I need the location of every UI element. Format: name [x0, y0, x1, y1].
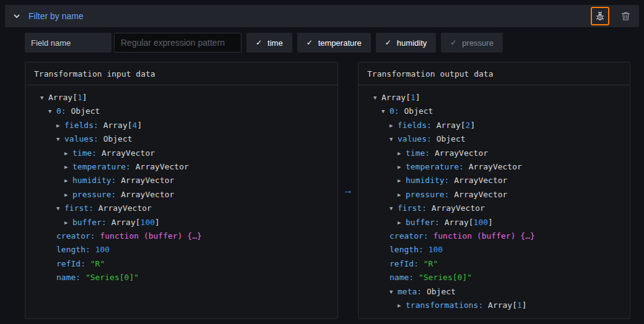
expand-toggle-icon[interactable]: ▶: [64, 174, 72, 187]
json-value: 1: [411, 93, 416, 102]
json-value: "R": [424, 259, 438, 268]
collapse-toggle-icon[interactable]: ▼: [381, 104, 389, 118]
json-value: Object: [427, 287, 456, 296]
json-value: Array[: [111, 218, 141, 227]
json-tree-row: ▶time: ArrayVector: [40, 147, 331, 160]
expand-toggle-icon[interactable]: ▶: [398, 188, 406, 202]
json-value: ArrayVector: [469, 162, 522, 171]
expand-toggle-icon[interactable]: ▶: [398, 160, 406, 174]
json-tree-row: ▼Array[1]: [373, 91, 624, 104]
field-pill-pressure[interactable]: ✓pressure: [441, 33, 503, 53]
json-value: ArrayVector: [454, 176, 507, 185]
json-value: 1: [517, 301, 522, 310]
json-value: ]: [470, 121, 475, 130]
json-value: ArrayVector: [432, 203, 485, 213]
filter-options-row: Field name ✓time✓temperature✓humidity✓pr…: [25, 33, 624, 53]
json-value: ArrayVector: [98, 203, 152, 213]
expand-toggle-icon[interactable]: ▶: [398, 299, 406, 312]
json-tree-row: ▼meta: Object: [373, 285, 624, 299]
json-value: Object: [404, 106, 433, 116]
field-name-label: Field name: [25, 33, 111, 53]
field-pill-humidity[interactable]: ✓humidity: [376, 33, 436, 53]
json-value: Object: [103, 134, 133, 143]
check-icon: ✓: [307, 39, 313, 46]
json-key: buffer:: [406, 218, 445, 227]
arrow-gap: →: [338, 62, 358, 319]
json-key: creator:: [389, 231, 433, 241]
expand-toggle-icon[interactable]: ▶: [389, 119, 398, 132]
json-key: first:: [64, 203, 98, 213]
json-tree-row: ▶buffer: Array[100]: [40, 216, 331, 229]
collapse-toggle-icon[interactable]: ▼: [56, 132, 64, 146]
json-tree-row: name: "Series[0]": [373, 271, 624, 284]
debug-button[interactable]: [591, 7, 609, 25]
json-tree-row: creator: function (buffer) {…}: [373, 229, 624, 243]
json-key: name:: [56, 273, 85, 282]
json-value: ArrayVector: [136, 162, 189, 171]
json-key: length:: [56, 245, 95, 254]
delete-transform-button[interactable]: [618, 9, 633, 23]
json-value: ]: [137, 121, 142, 130]
json-key: values:: [64, 134, 103, 143]
json-key: values:: [398, 134, 437, 143]
json-key: time:: [406, 148, 435, 158]
expand-toggle-icon[interactable]: ▶: [64, 160, 72, 174]
json-key: temperature:: [406, 162, 469, 171]
json-tree-row: ▶buffer: Array[100]: [373, 216, 624, 229]
json-key: 0:: [56, 106, 71, 116]
regex-pattern-input[interactable]: [114, 33, 242, 53]
json-key: time:: [72, 148, 102, 158]
json-value: Array[: [437, 121, 466, 130]
arrow-right-icon: →: [343, 185, 353, 196]
json-tree-row: length: 100: [40, 243, 331, 257]
field-pill-time[interactable]: ✓time: [246, 33, 292, 53]
expand-toggle-icon[interactable]: ▶: [56, 119, 64, 132]
expand-toggle-icon[interactable]: ▶: [64, 147, 72, 160]
json-value: "Series[0]": [85, 273, 139, 282]
json-tree-row: ▶time: ArrayVector: [373, 147, 624, 160]
expand-toggle-icon[interactable]: ▶: [64, 188, 72, 202]
json-value: 100: [474, 218, 488, 227]
collapse-toggle-icon[interactable]: ▼: [40, 91, 48, 104]
collapse-toggle-icon[interactable]: ▼: [389, 132, 398, 146]
json-value: Object: [71, 106, 100, 116]
json-key: pressure:: [72, 190, 121, 199]
collapse-toggle-icon[interactable]: ▼: [389, 285, 398, 299]
expand-toggle-icon[interactable]: ▶: [398, 216, 406, 229]
json-tree-row: ▼0: Object: [373, 104, 624, 118]
json-value: ]: [82, 93, 87, 102]
expand-toggle-icon[interactable]: ▶: [398, 174, 406, 187]
collapse-toggle-icon[interactable]: ▼: [56, 202, 64, 215]
collapse-toggle-icon[interactable]: ▼: [48, 104, 56, 118]
json-value: Array[: [445, 218, 474, 227]
json-tree-row: ▼values: Object: [373, 132, 624, 146]
json-value: 100: [141, 218, 155, 227]
json-tree-row: refId: "R": [40, 257, 331, 271]
field-pill-temperature[interactable]: ✓temperature: [297, 33, 371, 53]
transform-header-row[interactable]: Filter by name: [5, 5, 639, 27]
json-tree-row: ▶humidity: ArrayVector: [40, 174, 331, 187]
json-tree-row: ▶temperature: ArrayVector: [373, 160, 624, 174]
json-key: 0:: [389, 106, 404, 116]
json-value: 100: [95, 245, 110, 254]
check-icon: ✓: [256, 39, 262, 46]
json-tree-row: ▼first: ArrayVector: [40, 202, 331, 215]
check-icon: ✓: [450, 39, 456, 46]
expand-toggle-icon[interactable]: ▶: [64, 216, 72, 229]
collapse-toggle-icon[interactable]: ▼: [389, 202, 398, 215]
input-json-tree: ▼Array[1]▼0: Object▶fields: Array[4]▼val…: [25, 85, 337, 292]
json-key: creator:: [56, 231, 100, 241]
collapse-toggle-icon[interactable]: ▼: [373, 91, 381, 104]
chevron-down-icon[interactable]: [11, 11, 22, 22]
json-key: refId:: [389, 259, 424, 268]
json-key: transformations:: [406, 301, 488, 310]
json-key: humidity:: [406, 176, 454, 185]
json-key: fields:: [64, 121, 103, 130]
field-pills: ✓time✓temperature✓humidity✓pressure: [246, 33, 503, 53]
transform-editor: Filter by name: [0, 0, 644, 324]
json-tree-row: ▶humidity: ArrayVector: [373, 174, 624, 187]
expand-toggle-icon[interactable]: ▶: [398, 147, 406, 160]
json-key: buffer:: [72, 218, 111, 227]
json-value: 1: [77, 93, 82, 102]
json-tree-row: refId: "R": [373, 257, 624, 271]
